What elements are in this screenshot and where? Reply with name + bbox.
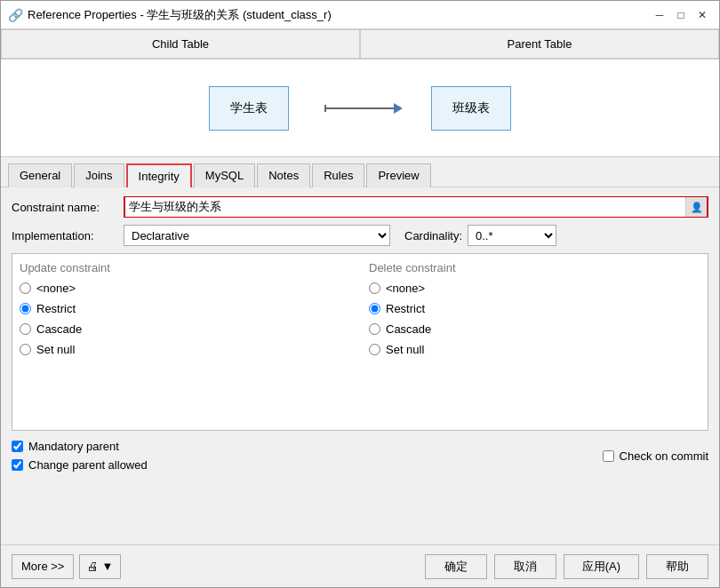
delete-restrict-option[interactable]: Restrict [369, 302, 700, 315]
mandatory-parent-label: Mandatory parent [28, 440, 119, 453]
update-restrict-option[interactable]: Restrict [20, 302, 351, 315]
delete-setnull-label: Set null [386, 343, 424, 356]
cardinality-select[interactable]: 0..* 1..* 0..1 1..1 [468, 225, 556, 246]
check-on-commit-option[interactable]: Check on commit [603, 449, 708, 463]
delete-none-radio[interactable] [369, 282, 380, 294]
update-restrict-radio[interactable] [20, 303, 31, 314]
main-window: 🔗 Reference Properties - 学生与班级的关系 (stude… [0, 0, 720, 588]
delete-constraint-col: Delete constraint <none> Restrict Cascad… [369, 261, 700, 423]
implementation-row: Implementation: Declarative Trigger None… [12, 225, 708, 246]
delete-cascade-label: Cascade [386, 322, 431, 336]
table-header-area: Child Table Parent Table [1, 29, 719, 60]
title-bar: 🔗 Reference Properties - 学生与班级的关系 (stude… [1, 1, 719, 29]
update-setnull-option[interactable]: Set null [20, 343, 351, 356]
tab-notes[interactable]: Notes [257, 163, 310, 187]
delete-setnull-option[interactable]: Set null [369, 343, 700, 356]
checkbox-group-left: Mandatory parent Change parent allowed [12, 440, 148, 472]
update-none-option[interactable]: <none> [20, 282, 351, 295]
window-icon: 🔗 [8, 8, 22, 22]
update-cascade-radio[interactable] [20, 323, 31, 335]
close-button[interactable]: ✕ [692, 6, 712, 24]
check-on-commit-label: Check on commit [620, 449, 708, 463]
print-icon: 🖨 [87, 560, 99, 573]
implementation-select[interactable]: Declarative Trigger None [124, 225, 390, 246]
more-button[interactable]: More >> [12, 554, 74, 579]
change-parent-option[interactable]: Change parent allowed [12, 458, 148, 472]
update-constraint-col: Update constraint <none> Restrict Cascad… [20, 261, 351, 423]
update-constraint-title: Update constraint [20, 261, 351, 274]
update-restrict-label: Restrict [36, 302, 76, 315]
tab-integrity[interactable]: Integrity [126, 163, 192, 187]
tabs-area: General Joins Integrity MySQL Notes Rule… [1, 157, 719, 187]
update-cascade-label: Cascade [36, 322, 82, 336]
delete-none-option[interactable]: <none> [369, 282, 700, 295]
delete-setnull-radio[interactable] [369, 344, 380, 355]
constraint-name-input[interactable] [125, 197, 685, 217]
relationship-arrow [324, 107, 396, 109]
confirm-button[interactable]: 确定 [425, 554, 487, 579]
delete-constraint-title: Delete constraint [369, 261, 700, 274]
tab-joins[interactable]: Joins [74, 163, 124, 187]
delete-restrict-radio[interactable] [369, 303, 380, 314]
update-setnull-label: Set null [36, 343, 75, 356]
title-bar-controls: ─ □ ✕ [650, 6, 712, 24]
tab-preview[interactable]: Preview [366, 163, 430, 187]
print-button[interactable]: 🖨 ▼ [79, 554, 121, 579]
bottom-bar: More >> 🖨 ▼ 确定 取消 应用(A) 帮助 [1, 544, 719, 587]
delete-restrict-label: Restrict [386, 302, 425, 315]
child-table-header: Child Table [1, 29, 360, 59]
window-title: Reference Properties - 学生与班级的关系 (student… [28, 7, 332, 23]
checkboxes-row: Mandatory parent Change parent allowed C… [12, 440, 708, 472]
parent-table-header: Parent Table [360, 29, 719, 59]
cancel-button[interactable]: 取消 [494, 554, 556, 579]
constraint-name-label: Constraint name: [12, 201, 118, 214]
minimize-button[interactable]: ─ [650, 6, 669, 24]
constraint-name-row: Constraint name: 👤 [12, 196, 708, 218]
delete-cascade-radio[interactable] [369, 323, 380, 335]
arrow-container [324, 107, 396, 109]
bottom-right: 确定 取消 应用(A) 帮助 [425, 554, 708, 579]
diagram-area: 学生表 班级表 [1, 60, 719, 157]
delete-none-label: <none> [386, 282, 425, 295]
browse-icon: 👤 [691, 202, 703, 213]
change-parent-label: Change parent allowed [28, 458, 148, 472]
mandatory-parent-checkbox[interactable] [12, 441, 23, 452]
change-parent-checkbox[interactable] [12, 459, 23, 471]
cardinality-label: Cardinality: [404, 229, 462, 242]
update-cascade-option[interactable]: Cascade [20, 322, 351, 336]
diagram-inner: 学生表 班级表 [10, 86, 710, 131]
maximize-button[interactable]: □ [671, 6, 691, 24]
tab-general[interactable]: General [8, 163, 72, 187]
check-on-commit-checkbox[interactable] [603, 450, 614, 462]
update-setnull-radio[interactable] [20, 344, 31, 355]
bottom-left: More >> 🖨 ▼ [12, 554, 121, 579]
child-table-box: 学生表 [209, 86, 289, 131]
help-button[interactable]: 帮助 [646, 554, 708, 579]
title-bar-left: 🔗 Reference Properties - 学生与班级的关系 (stude… [8, 7, 332, 23]
update-none-radio[interactable] [20, 282, 31, 294]
delete-cascade-option[interactable]: Cascade [369, 322, 700, 336]
constraint-name-browse-button[interactable]: 👤 [685, 197, 707, 217]
mandatory-parent-option[interactable]: Mandatory parent [12, 440, 148, 453]
print-dropdown-icon: ▼ [101, 560, 113, 573]
constraint-name-wrapper: 👤 [124, 196, 708, 218]
content-area: Constraint name: 👤 Implementation: Decla… [1, 187, 719, 544]
tab-mysql[interactable]: MySQL [194, 163, 255, 187]
implementation-label: Implementation: [12, 229, 118, 242]
parent-table-box: 班级表 [431, 86, 511, 131]
constraints-section: Update constraint <none> Restrict Cascad… [12, 253, 708, 431]
apply-button[interactable]: 应用(A) [564, 554, 639, 579]
tab-rules[interactable]: Rules [312, 163, 364, 187]
update-none-label: <none> [36, 282, 76, 295]
